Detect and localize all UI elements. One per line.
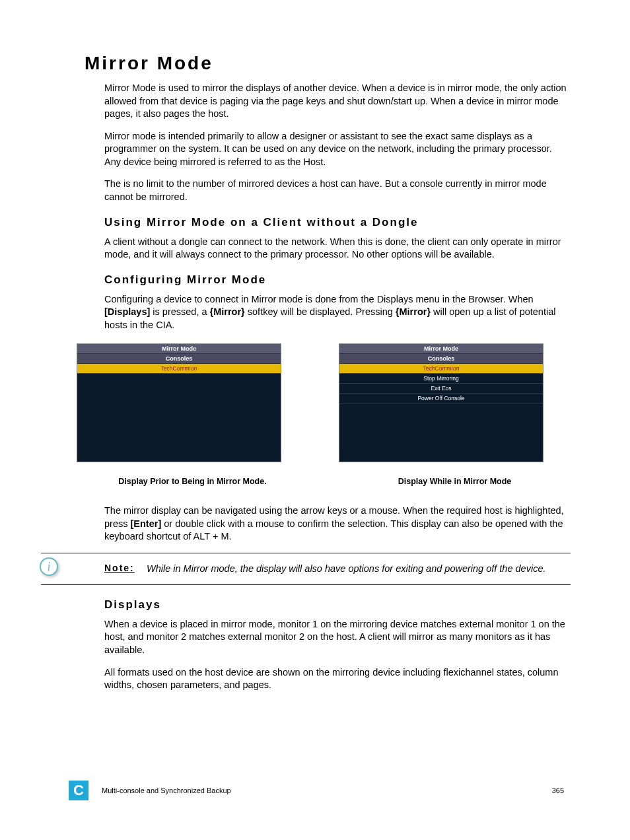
list-item[interactable]: TechCommIon <box>339 364 543 374</box>
configuring-para: Configuring a device to connect in Mirro… <box>104 293 571 332</box>
info-icon: i <box>40 557 58 576</box>
panel-prior: Mirror Mode Consoles TechCommIon <box>77 343 281 462</box>
navigation-para: The mirror display can be navigated usin… <box>104 505 571 543</box>
heading-configuring: Configuring Mirror Mode <box>104 273 571 287</box>
mirror-softkey-2: {Mirror} <box>396 306 431 317</box>
footer: C Multi-console and Synchronized Backup … <box>0 781 630 800</box>
displays-key: [Displays] <box>104 306 150 317</box>
page-number: 365 <box>552 787 564 794</box>
panel-title: Mirror Mode <box>77 344 281 354</box>
heading-displays: Displays <box>104 598 571 612</box>
caption-prior: Display Prior to Being in Mirror Mode. <box>77 477 308 486</box>
list-item[interactable]: Stop Mirroring <box>339 374 543 384</box>
panel-title: Mirror Mode <box>339 344 543 354</box>
panel-subheader: Consoles <box>339 354 543 364</box>
list-item[interactable]: Power Off Console <box>339 394 543 403</box>
intro-para-1: Mirror Mode is used to mirror the displa… <box>104 82 571 121</box>
note-block: i Note: While in Mirror mode, the displa… <box>41 553 571 585</box>
footer-text: Multi-console and Synchronized Backup <box>102 787 552 794</box>
text-run: or double click with a mouse to confirm … <box>104 518 563 542</box>
displays-para-1: When a device is placed in mirror mode, … <box>104 618 571 657</box>
appendix-badge: C <box>69 781 88 800</box>
intro-para-2: Mirror mode is intended primarily to all… <box>104 130 571 169</box>
text-run: Configuring a device to connect in Mirro… <box>104 294 534 304</box>
enter-key: [Enter] <box>131 518 162 529</box>
panel-while: Mirror Mode Consoles TechCommIon Stop Mi… <box>339 343 543 462</box>
note-text: While in Mirror mode, the display will a… <box>147 563 571 575</box>
using-mirror-para: A client without a dongle can connect to… <box>104 236 571 262</box>
panel-subheader: Consoles <box>77 354 281 364</box>
list-item[interactable]: Exit Eos <box>339 384 543 394</box>
heading-using-mirror: Using Mirror Mode on a Client without a … <box>104 216 571 229</box>
list-item[interactable]: TechCommIon <box>77 364 281 374</box>
intro-para-3: The is no limit to the number of mirrore… <box>104 178 571 203</box>
displays-para-2: All formats used on the host device are … <box>104 666 571 692</box>
page-title: Mirror Mode <box>85 53 571 74</box>
text-run: softkey will be displayed. Pressing <box>245 306 396 317</box>
text-run: is pressed, a <box>150 306 209 317</box>
mirror-softkey-1: {Mirror} <box>210 306 245 317</box>
caption-while: Display While in Mirror Mode <box>339 477 571 486</box>
